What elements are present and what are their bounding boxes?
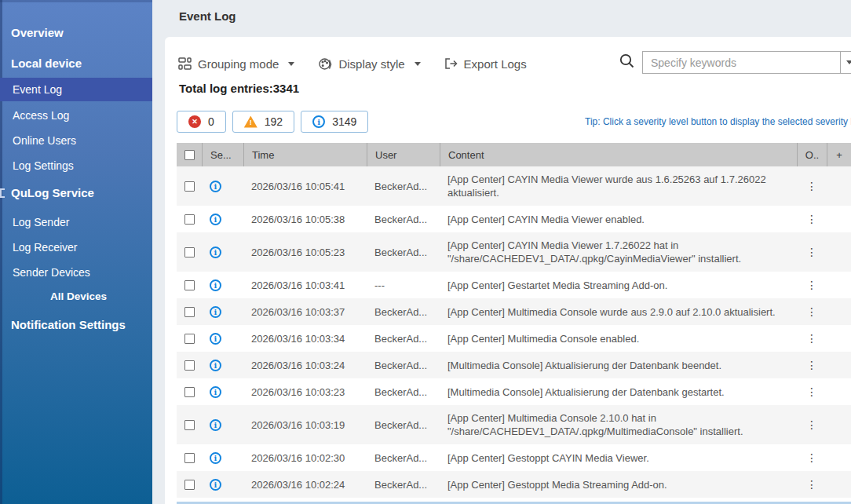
page-title: Event Log [179, 9, 236, 23]
info-severity-icon: i [210, 360, 221, 371]
row-time: 2026/03/16 10:03:34 [243, 333, 367, 345]
row-actions-kebab-icon[interactable]: ⋮ [806, 419, 817, 430]
column-header-content[interactable]: Content [440, 143, 797, 166]
row-content: [App Center] CAYIN Media Viewer wurde au… [440, 166, 797, 206]
row-actions-kebab-icon[interactable]: ⋮ [806, 214, 817, 225]
row-actions-kebab-icon[interactable]: ⋮ [806, 333, 817, 344]
table-row[interactable]: i 2026/03/16 10:03:24 BeckerAd... [Multi… [177, 352, 851, 378]
row-checkbox[interactable] [184, 280, 195, 290]
table-body: i 2026/03/16 10:05:41 BeckerAd... [App C… [177, 166, 851, 498]
row-time: 2026/03/16 10:03:24 [243, 360, 367, 371]
column-header-operation[interactable]: O.. [797, 143, 827, 166]
row-content: [App Center] Gestartet Media Streaming A… [440, 272, 797, 298]
row-checkbox[interactable] [184, 360, 195, 371]
row-content: [App Center] Multimedia Console wurde au… [440, 299, 797, 325]
warning-icon: ! [244, 116, 257, 128]
column-header-user[interactable]: User [367, 143, 440, 166]
info-severity-icon: i [210, 479, 221, 491]
sidebar-item-log-settings[interactable]: Log Settings [0, 154, 152, 177]
row-time: 2026/03/16 10:05:23 [243, 247, 367, 258]
sidebar-collapse-icon[interactable] [0, 188, 5, 198]
row-content: [App Center] Gestoppt Media Streaming Ad… [440, 472, 797, 498]
display-style-button[interactable]: Display style [318, 57, 420, 71]
row-actions-kebab-icon[interactable]: ⋮ [806, 279, 817, 290]
sidebar-item-all-devices[interactable]: All Devices [0, 285, 152, 309]
export-logs-button[interactable]: Export Logs [444, 57, 527, 71]
error-severity-button[interactable]: ✕ 0 [177, 111, 226, 133]
row-checkbox[interactable] [184, 181, 195, 192]
sidebar-item-log-sender[interactable]: Log Sender [0, 210, 152, 234]
chevron-down-icon [415, 62, 421, 66]
row-actions-kebab-icon[interactable]: ⋮ [806, 247, 817, 257]
row-checkbox[interactable] [184, 480, 195, 490]
search-options-dropdown[interactable] [840, 52, 851, 73]
row-actions-kebab-icon[interactable]: ⋮ [806, 181, 817, 192]
table-row[interactable]: i 2026/03/16 10:02:30 BeckerAd... [App C… [177, 444, 851, 471]
table-header: Se... Time User Content O.. + [177, 143, 851, 166]
info-severity-button[interactable]: i 3149 [301, 111, 368, 133]
row-content: [App Center] CAYIN Media Viewer enabled. [440, 206, 797, 232]
row-checkbox[interactable] [184, 247, 195, 257]
sidebar-item-notification-settings[interactable]: Notification Settings [0, 313, 152, 337]
row-time: 2026/03/16 10:03:37 [243, 306, 367, 318]
warning-severity-button[interactable]: ! 192 [232, 111, 294, 133]
table-row[interactable]: i 2026/03/16 10:05:38 BeckerAd... [App C… [177, 206, 851, 232]
sidebar-item-online-users[interactable]: Online Users [0, 129, 152, 152]
row-user: BeckerAd... [367, 479, 440, 491]
row-checkbox[interactable] [184, 307, 195, 317]
select-all-checkbox[interactable] [184, 150, 195, 160]
row-checkbox[interactable] [184, 387, 195, 397]
row-user: BeckerAd... [367, 419, 440, 431]
row-user: BeckerAd... [367, 386, 440, 398]
table-row[interactable]: i 2026/03/16 10:03:23 BeckerAd... [Multi… [177, 378, 851, 405]
row-actions-kebab-icon[interactable]: ⋮ [806, 386, 817, 397]
table-row[interactable]: i 2026/03/16 10:05:23 BeckerAd... [App C… [177, 232, 851, 272]
row-checkbox[interactable] [184, 420, 195, 430]
grouping-mode-button[interactable]: Grouping mode [178, 57, 294, 71]
row-actions-kebab-icon[interactable]: ⋮ [806, 452, 817, 463]
row-actions-kebab-icon[interactable]: ⋮ [806, 360, 817, 371]
table-row[interactable]: i 2026/03/16 10:03:34 BeckerAd... [App C… [177, 325, 851, 352]
info-severity-icon: i [210, 419, 221, 431]
row-checkbox[interactable] [184, 453, 195, 463]
row-time: 2026/03/16 10:05:41 [243, 181, 367, 192]
error-icon: ✕ [188, 115, 201, 128]
row-time: 2026/03/16 10:03:41 [243, 279, 367, 291]
sidebar-item-sender-devices[interactable]: Sender Devices [0, 261, 152, 284]
sidebar-item-event-log[interactable]: Event Log [0, 78, 152, 101]
row-checkbox[interactable] [184, 214, 195, 225]
row-user: BeckerAd... [367, 333, 440, 345]
export-logs-label: Export Logs [464, 57, 527, 71]
error-count: 0 [208, 115, 214, 128]
sidebar-item-log-receiver[interactable]: Log Receiver [0, 236, 152, 259]
info-icon: i [312, 115, 325, 128]
toolbar: Grouping mode Display style [178, 53, 550, 75]
row-content: [App Center] CAYIN Media Viewer 1.7.2602… [440, 232, 797, 272]
row-checkbox[interactable] [184, 334, 195, 344]
display-style-label: Display style [338, 57, 404, 71]
sidebar-item-qulog-service[interactable]: QuLog Service [0, 181, 152, 205]
table-row[interactable]: i 2026/03/16 10:03:41 --- [App Center] G… [177, 272, 851, 298]
table-row[interactable]: i 2026/03/16 10:02:24 BeckerAd... [App C… [177, 471, 851, 498]
add-column-button[interactable]: + [827, 143, 851, 166]
sidebar: OverviewLocal deviceEvent LogAccess LogO… [0, 0, 152, 504]
sidebar-item-overview[interactable]: Overview [0, 21, 152, 45]
sidebar-item-access-log[interactable]: Access Log [0, 104, 152, 127]
severity-filter-row: ✕ 0 ! 192 i 3149 [177, 111, 368, 133]
row-user: BeckerAd... [367, 181, 440, 192]
column-header-severity[interactable]: Se... [202, 143, 243, 166]
event-log-panel: Grouping mode Display style [165, 37, 851, 504]
table-row[interactable]: i 2026/03/16 10:05:41 BeckerAd... [App C… [177, 166, 851, 206]
search-input[interactable] [643, 52, 840, 73]
row-actions-kebab-icon[interactable]: ⋮ [806, 479, 817, 490]
table-row[interactable]: i 2026/03/16 10:03:19 BeckerAd... [App C… [177, 405, 851, 444]
row-user: BeckerAd... [367, 247, 440, 258]
severity-tip-text: Tip: Click a severity level button to di… [585, 116, 851, 127]
row-user: BeckerAd... [367, 452, 440, 464]
row-time: 2026/03/16 10:03:23 [243, 386, 367, 398]
table-row[interactable]: i 2026/03/16 10:03:37 BeckerAd... [App C… [177, 298, 851, 325]
column-header-time[interactable]: Time [243, 143, 367, 166]
row-actions-kebab-icon[interactable]: ⋮ [806, 306, 817, 317]
search-field [642, 51, 851, 74]
sidebar-item-local-device[interactable]: Local device [0, 52, 152, 75]
